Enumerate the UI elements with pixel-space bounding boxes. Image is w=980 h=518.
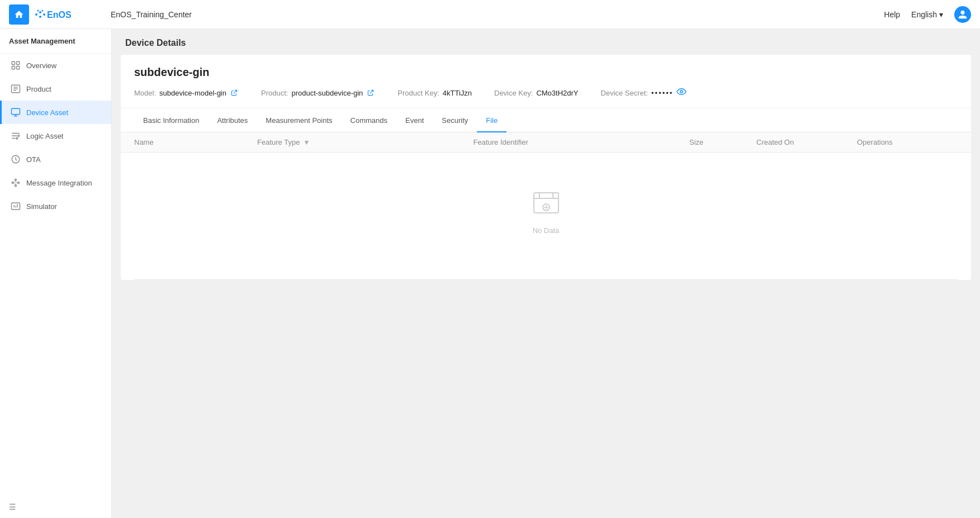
svg-point-4 bbox=[37, 9, 39, 11]
col-operations: Operations bbox=[857, 138, 958, 146]
sidebar-item-device-asset[interactable]: Device Asset bbox=[0, 101, 111, 124]
tab-commands[interactable]: Commands bbox=[342, 108, 396, 132]
model-link-icon[interactable] bbox=[230, 88, 239, 97]
device-meta: Model: subdevice-model-gin Product: prod… bbox=[134, 87, 958, 99]
workspace-title: EnOS_Training_Center bbox=[111, 10, 192, 19]
col-created-on: Created On bbox=[756, 138, 857, 146]
tab-file[interactable]: File bbox=[477, 108, 506, 132]
topnav-right: Help English ▾ bbox=[884, 6, 971, 23]
page-title: Device Details bbox=[125, 38, 967, 48]
svg-point-19 bbox=[16, 137, 18, 139]
main-layout: Asset Management Overview Product bbox=[0, 29, 980, 518]
col-feature-identifier: Feature Identifier bbox=[474, 138, 690, 146]
product-label: Product: bbox=[261, 89, 288, 97]
svg-rect-34 bbox=[534, 193, 558, 213]
sidebar-item-ota[interactable]: OTA bbox=[0, 148, 111, 171]
tab-measurement-points[interactable]: Measurement Points bbox=[257, 108, 341, 132]
sidebar-item-label: Simulator bbox=[26, 202, 57, 211]
sidebar-item-message-integration[interactable]: Message Integration bbox=[0, 171, 111, 194]
svg-rect-9 bbox=[12, 66, 15, 69]
svg-rect-10 bbox=[17, 66, 20, 69]
device-secret-label: Device Secret: bbox=[601, 89, 648, 97]
sidebar-item-simulator[interactable]: Simulator bbox=[0, 194, 111, 218]
device-key-value: CMo3tH2drY bbox=[536, 89, 578, 97]
table-header: Name Feature Type ▼ Feature Identifier S… bbox=[121, 132, 971, 153]
sidebar-item-product[interactable]: Product bbox=[0, 77, 111, 101]
svg-point-21 bbox=[12, 182, 13, 184]
model-label: Model: bbox=[134, 89, 156, 97]
product-value: product-subdevice-gin bbox=[291, 89, 363, 97]
sidebar-item-label: Message Integration bbox=[26, 179, 92, 187]
home-button[interactable] bbox=[9, 4, 29, 25]
sidebar-item-label: Overview bbox=[26, 61, 56, 70]
sidebar-item-label: Logic Asset bbox=[26, 132, 64, 140]
content-card: subdevice-gin Model: subdevice-model-gin… bbox=[121, 55, 971, 280]
meta-device-key: Device Key: CMo3tH2drY bbox=[494, 89, 579, 97]
language-selector[interactable]: English ▾ bbox=[911, 10, 943, 19]
collapse-sidebar[interactable]: ☰ bbox=[0, 496, 111, 518]
device-key-label: Device Key: bbox=[494, 89, 533, 97]
sidebar-item-overview[interactable]: Overview bbox=[0, 54, 111, 77]
main-content: Device Details subdevice-gin Model: subd… bbox=[112, 29, 980, 518]
svg-point-24 bbox=[15, 185, 17, 187]
empty-text: No Data bbox=[533, 226, 560, 235]
svg-point-22 bbox=[15, 179, 17, 180]
product-link-icon[interactable] bbox=[366, 88, 375, 97]
tab-event[interactable]: Event bbox=[396, 108, 433, 132]
col-feature-type: Feature Type ▼ bbox=[257, 138, 474, 146]
meta-device-secret: Device Secret: •••••• bbox=[601, 87, 687, 99]
help-link[interactable]: Help bbox=[884, 10, 900, 19]
sidebar: Asset Management Overview Product bbox=[0, 29, 112, 518]
meta-product-key: Product Key: 4kTTiJzn bbox=[397, 89, 472, 97]
meta-product: Product: product-subdevice-gin bbox=[261, 88, 375, 97]
meta-model: Model: subdevice-model-gin bbox=[134, 88, 239, 97]
filter-icon[interactable]: ▼ bbox=[303, 139, 310, 146]
model-value: subdevice-model-gin bbox=[159, 89, 226, 97]
user-avatar[interactable] bbox=[954, 6, 971, 23]
device-secret-value: •••••• bbox=[651, 89, 673, 97]
sidebar-item-label: OTA bbox=[26, 155, 41, 164]
svg-point-0 bbox=[35, 13, 37, 16]
svg-text:EnOS: EnOS bbox=[47, 10, 72, 20]
tab-attributes[interactable]: Attributes bbox=[208, 108, 257, 132]
tab-security[interactable]: Security bbox=[433, 108, 477, 132]
topnav: EnOS EnOS_Training_Center Help English ▾ bbox=[0, 0, 980, 29]
collapse-icon: ☰ bbox=[9, 502, 16, 511]
file-table: Name Feature Type ▼ Feature Identifier S… bbox=[121, 132, 971, 280]
table-bottom-divider bbox=[134, 279, 958, 280]
empty-state: No Data bbox=[121, 153, 971, 279]
sidebar-item-label: Product bbox=[26, 85, 51, 93]
product-key-value: 4kTTiJzn bbox=[443, 89, 472, 97]
sidebar-item-label: Device Asset bbox=[26, 108, 68, 117]
empty-state-icon bbox=[529, 186, 563, 220]
sidebar-header: Asset Management bbox=[0, 29, 111, 54]
svg-point-23 bbox=[18, 182, 20, 184]
svg-point-18 bbox=[18, 135, 20, 137]
col-name: Name bbox=[134, 138, 257, 146]
svg-point-3 bbox=[39, 16, 41, 18]
tabs-bar: Basic Information Attributes Measurement… bbox=[121, 108, 971, 132]
device-info: subdevice-gin Model: subdevice-model-gin… bbox=[121, 55, 971, 108]
tab-basic-information[interactable]: Basic Information bbox=[134, 108, 208, 132]
product-key-label: Product Key: bbox=[397, 89, 439, 97]
sidebar-item-logic-asset[interactable]: Logic Asset bbox=[0, 124, 111, 148]
device-name: subdevice-gin bbox=[134, 66, 958, 79]
svg-rect-15 bbox=[12, 108, 20, 115]
svg-rect-7 bbox=[12, 61, 15, 64]
svg-point-1 bbox=[39, 11, 41, 13]
svg-point-33 bbox=[680, 91, 683, 93]
page-header: Device Details bbox=[112, 29, 980, 55]
toggle-secret-icon[interactable] bbox=[676, 87, 687, 99]
svg-point-5 bbox=[42, 9, 44, 11]
brand-logo: EnOS bbox=[34, 7, 84, 22]
col-size: Size bbox=[689, 138, 756, 146]
svg-rect-8 bbox=[17, 61, 20, 64]
svg-point-2 bbox=[43, 13, 45, 16]
logo-area: EnOS EnOS_Training_Center bbox=[9, 4, 121, 25]
